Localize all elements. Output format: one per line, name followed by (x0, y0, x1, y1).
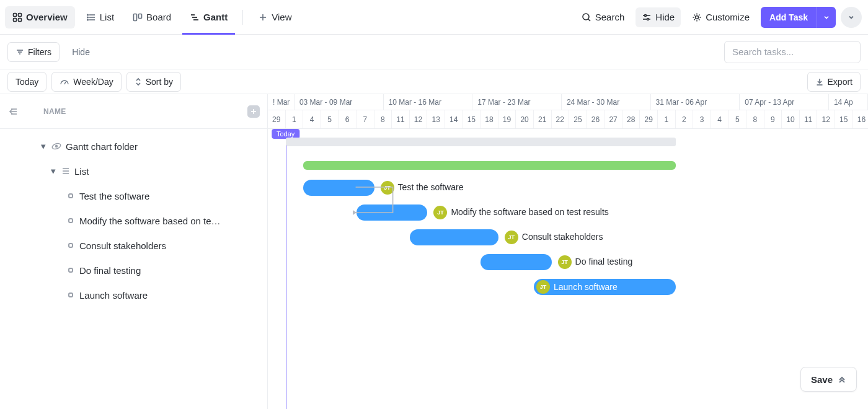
svg-rect-0 (14, 13, 17, 16)
week-header-cell: 31 Mar - 06 Apr (651, 94, 740, 110)
more-menu-button[interactable] (841, 7, 862, 28)
svg-rect-11 (139, 14, 142, 18)
customize-button[interactable]: Customize (686, 7, 756, 27)
label: Export (828, 77, 852, 87)
label: Today (16, 77, 38, 87)
hide-button[interactable]: Hide (636, 7, 681, 27)
svg-point-36 (56, 146, 58, 147)
tool-row: Today Week/Day Sort by Export (0, 69, 868, 94)
gantt-body[interactable]: TodayJTTest the softwareJTModify the sof… (268, 129, 868, 409)
task-bar[interactable] (410, 229, 498, 245)
list-icon (61, 166, 71, 176)
day-header-cell: 12 (410, 110, 428, 128)
task-bar[interactable] (303, 180, 374, 196)
day-header-cell: 4 (711, 110, 729, 128)
collapse-panel-icon[interactable] (7, 106, 19, 117)
tab-list[interactable]: List (79, 6, 122, 29)
sort-button[interactable]: Sort by (126, 72, 181, 92)
caret-down-icon[interactable]: ▾ (40, 141, 47, 152)
assignee-avatar[interactable]: JT (505, 231, 518, 244)
folder-row[interactable]: ▾ Gantt chart folder (0, 134, 267, 159)
task-name: Consult stakeholders (79, 240, 166, 251)
assignee-avatar[interactable]: JT (536, 280, 550, 294)
task-bar[interactable] (480, 254, 551, 270)
task-bar-label: Modify the software based on test result… (451, 207, 608, 217)
label: Save (811, 374, 833, 385)
today-button[interactable]: Today (7, 72, 46, 92)
week-header-cell: 10 Mar - 16 Mar (384, 94, 473, 110)
sort-icon (135, 77, 142, 86)
top-tabbar: Overview List Board Gantt View Search (0, 0, 868, 35)
task-row-3[interactable]: Do final testing (0, 258, 267, 283)
search-button[interactable]: Search (575, 7, 631, 27)
day-header-cell: 8 (374, 110, 392, 128)
add-view-button[interactable]: View (250, 6, 299, 29)
export-button[interactable]: Export (807, 72, 861, 92)
add-column-button[interactable] (247, 105, 260, 118)
assignee-avatar[interactable]: JT (558, 255, 572, 269)
search-icon (582, 12, 591, 22)
chevron-down-icon (823, 14, 830, 20)
summary-bar[interactable] (286, 138, 676, 146)
task-row-0[interactable]: Test the software (0, 183, 267, 208)
tab-gantt[interactable]: Gantt (182, 6, 235, 29)
tab-label: Board (146, 12, 171, 22)
day-header-cell: 11 (800, 110, 818, 128)
gantt-left-panel: NAME ▾ Gantt chart folder ▾ List Test th (0, 94, 268, 409)
tab-overview[interactable]: Overview (5, 6, 75, 29)
sliders-icon (642, 12, 652, 22)
task-tree: ▾ Gantt chart folder ▾ List Test the sof… (0, 129, 267, 307)
hide-filter-button[interactable]: Hide (64, 42, 97, 62)
day-header-cell: 14 (445, 110, 463, 128)
list-group-row[interactable]: ▾ List (0, 159, 267, 183)
gauge-icon (60, 77, 69, 86)
gantt-container: NAME ▾ Gantt chart folder ▾ List Test th (0, 94, 868, 409)
day-header-cell: 13 (427, 110, 445, 128)
assignee-avatar[interactable]: JT (433, 206, 447, 219)
label: Sort by (146, 77, 173, 87)
search-input[interactable] (724, 41, 861, 63)
task-name: Test the software (79, 191, 149, 201)
assignee-avatar[interactable]: JT (381, 181, 394, 195)
task-row-1[interactable]: Modify the software based on te… (0, 208, 267, 233)
day-header-cell: 15 (463, 110, 481, 128)
task-row-4[interactable]: Launch software (0, 283, 267, 307)
filters-button[interactable]: Filters (7, 42, 60, 62)
task-bar[interactable] (356, 205, 427, 221)
add-task-button[interactable]: Add Task (761, 7, 817, 28)
svg-point-17 (583, 14, 589, 20)
collapse-up-icon (838, 375, 846, 384)
save-button[interactable]: Save (800, 367, 857, 392)
task-bar-label: Consult stakeholders (522, 232, 603, 242)
week-header-cell: ! Mar (268, 94, 294, 110)
filter-icon (16, 48, 24, 56)
task-name: Do final testing (79, 265, 141, 276)
week-header-cell: 17 Mar - 23 Mar (472, 94, 562, 110)
day-header-cell: 22 (552, 110, 570, 128)
day-header-cell: 19 (498, 110, 516, 128)
label: Customize (706, 12, 750, 22)
scale-button[interactable]: Week/Day (51, 72, 121, 92)
svg-rect-3 (19, 18, 22, 21)
week-header-cell: 07 Apr - 13 Apr (740, 94, 829, 110)
label: Add Task (769, 12, 808, 22)
dependency-arrow (268, 129, 868, 409)
task-bar-label: Test the software (398, 182, 464, 192)
svg-rect-10 (134, 14, 137, 20)
svg-point-9 (87, 19, 88, 20)
day-header-cell: 1 (286, 110, 304, 128)
day-header-cell: 9 (764, 110, 782, 128)
task-row-2[interactable]: Consult stakeholders (0, 233, 267, 258)
caret-down-icon[interactable]: ▾ (50, 165, 57, 177)
add-task-dropdown[interactable] (817, 7, 836, 28)
board-icon (133, 12, 143, 22)
list-icon (86, 12, 96, 22)
tab-board[interactable]: Board (125, 6, 179, 29)
list-name: List (74, 166, 89, 177)
folder-icon (51, 141, 62, 152)
today-line (286, 129, 286, 409)
divider (242, 10, 243, 25)
label: Search (595, 12, 625, 22)
group-bar[interactable] (303, 161, 676, 170)
day-header-cell: 20 (516, 110, 534, 128)
